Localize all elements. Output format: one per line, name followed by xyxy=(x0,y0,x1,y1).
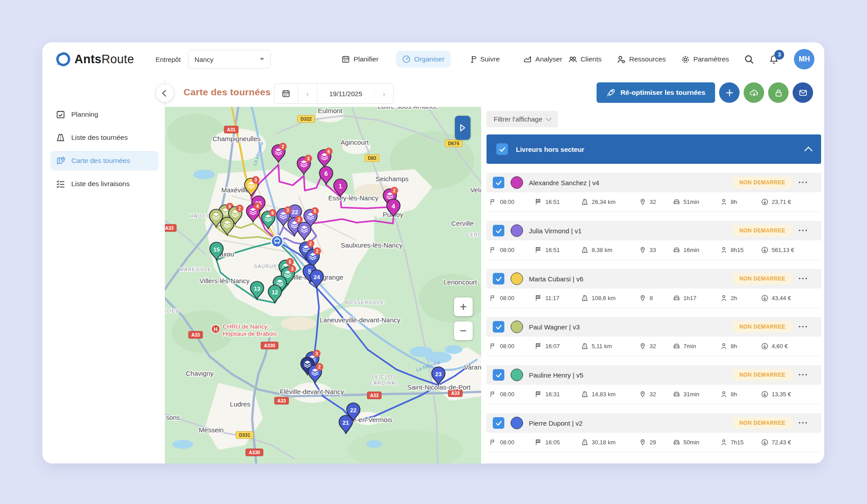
map-district-label: CARDINAL xyxy=(370,380,398,386)
driver-header[interactable]: Julia Virmond | v1 NON DEMARREE ··· xyxy=(487,221,821,240)
driver-row: Pauline Henry | v5 NON DEMARREE ··· 08:0… xyxy=(487,365,821,404)
routes-map[interactable]: A31A33A33A330A33A33A33A330D322D83D674D33… xyxy=(165,107,481,463)
sidebar-item-liste-livraisons[interactable]: Liste des livraisons xyxy=(50,174,159,194)
drive-time-icon xyxy=(673,198,680,206)
row-menu-button[interactable]: ··· xyxy=(792,370,815,379)
group-header-livreurs-hors-secteur[interactable]: Livreurs hors secteur xyxy=(487,134,821,164)
cloud-download-icon xyxy=(749,88,759,98)
driver-header[interactable]: Pierre Dupont | v2 NON DEMARREE ··· xyxy=(487,413,821,433)
road-badge: A330 xyxy=(246,449,263,456)
driver-checkbox[interactable] xyxy=(493,273,504,285)
nav-parametres[interactable]: Paramètres xyxy=(681,55,729,64)
notifications-button[interactable]: 3 xyxy=(769,54,779,64)
map-town-label: Fléville-devant-Nancy xyxy=(280,388,344,395)
map-town-label: Agincourt xyxy=(340,138,369,146)
map-town-label: sons xyxy=(166,414,180,421)
road-badge: D322 xyxy=(298,115,315,122)
add-button[interactable] xyxy=(719,82,740,103)
driver-header[interactable]: Marta Cubarsi | v6 NON DEMARREE ··· xyxy=(487,269,821,289)
svg-text:2: 2 xyxy=(316,248,319,254)
row-menu-button[interactable]: ··· xyxy=(792,322,815,331)
row-menu-button[interactable]: ··· xyxy=(792,226,815,235)
rocket-icon xyxy=(606,88,616,98)
svg-text:3: 3 xyxy=(291,266,294,272)
tab-organiser[interactable]: Organiser xyxy=(396,51,450,68)
notification-badge: 3 xyxy=(774,50,784,60)
svg-text:Hôpitaux de Brabois: Hôpitaux de Brabois xyxy=(223,330,277,337)
search-icon xyxy=(744,54,754,64)
user-avatar[interactable]: MH xyxy=(794,49,814,69)
driver-checkbox[interactable] xyxy=(493,369,504,381)
filter-display-button[interactable]: Filtrer l'affichage xyxy=(487,111,558,127)
svg-text:24: 24 xyxy=(314,274,320,280)
export-button[interactable] xyxy=(744,82,764,103)
svg-text:A33: A33 xyxy=(165,225,173,231)
svg-text:3: 3 xyxy=(307,156,310,161)
tab-analyser[interactable]: Analyser xyxy=(517,51,568,68)
driver-checkbox[interactable] xyxy=(493,177,504,188)
zoom-out-button[interactable]: − xyxy=(454,321,473,340)
distance-icon xyxy=(581,390,589,398)
current-date[interactable]: 19/11/2025 xyxy=(317,90,375,98)
calendar-button[interactable] xyxy=(274,84,298,103)
finish-flag-icon xyxy=(535,342,542,350)
driver-checkbox[interactable] xyxy=(493,225,504,236)
map-town-label: Champigneulles xyxy=(213,135,261,142)
driver-name: Pauline Henry | v5 xyxy=(529,371,583,379)
driver-row: Julia Virmond | v1 NON DEMARREE ··· 08:0… xyxy=(487,221,821,260)
group-checkbox[interactable] xyxy=(496,143,508,155)
send-mail-button[interactable] xyxy=(793,82,813,103)
driver-name: Marta Cubarsi | v6 xyxy=(529,275,583,283)
next-day-button[interactable]: › xyxy=(375,84,393,103)
driver-color-dot xyxy=(511,176,523,189)
driver-checkbox[interactable] xyxy=(493,417,504,429)
driver-stats: 08:00 11:17 108,6 km 8 1h17 2h 43,44 € xyxy=(487,289,821,308)
row-menu-button[interactable]: ··· xyxy=(792,419,815,427)
warehouse-select[interactable]: Nancy xyxy=(188,50,271,69)
svg-text:6: 6 xyxy=(327,149,330,154)
prev-day-button[interactable]: ‹ xyxy=(298,84,317,103)
date-picker: ‹ 19/11/2025 › xyxy=(274,83,394,104)
work-time-icon xyxy=(720,390,728,398)
cost-icon xyxy=(761,246,769,254)
status-badge: NON DEMARREE xyxy=(733,225,792,236)
driver-checkbox[interactable] xyxy=(493,321,504,333)
sidebar-item-liste-tournees[interactable]: Liste des tournées xyxy=(50,128,159,147)
nav-clients[interactable]: Clients xyxy=(568,55,601,64)
chevron-up-icon[interactable] xyxy=(804,146,812,154)
map-district-label: RLIEU xyxy=(165,308,180,313)
tab-suivre[interactable]: Suivre xyxy=(462,51,506,68)
depot-marker[interactable] xyxy=(271,236,283,247)
tab-planifier[interactable]: Planifier xyxy=(335,51,384,68)
driver-color-dot xyxy=(511,417,523,429)
svg-text:3: 3 xyxy=(286,207,289,213)
search-button[interactable] xyxy=(744,54,754,64)
sidebar-item-carte-tournees[interactable]: Carte des tournées xyxy=(50,151,159,171)
svg-text:6: 6 xyxy=(271,210,274,215)
map-town-label: Varang xyxy=(464,363,481,371)
driver-header[interactable]: Alexandre Sanchez | v4 NON DEMARREE ··· xyxy=(487,173,821,192)
driver-header[interactable]: Pauline Henry | v5 NON DEMARREE ··· xyxy=(487,365,821,385)
svg-text:CHRU de Nancy -: CHRU de Nancy - xyxy=(223,323,271,330)
map-district-label: MARÉVILLE xyxy=(180,267,212,272)
row-menu-button[interactable]: ··· xyxy=(792,274,815,283)
row-menu-button[interactable]: ··· xyxy=(792,178,815,187)
zoom-in-button[interactable]: + xyxy=(454,297,473,316)
work-time-icon xyxy=(720,246,728,254)
driver-header[interactable]: Paul Wagner | v3 NON DEMARREE ··· xyxy=(487,317,821,337)
cost-icon xyxy=(761,439,769,446)
nav-ressources[interactable]: Ressources xyxy=(617,55,666,64)
lock-button[interactable] xyxy=(768,82,789,103)
map-town-label: Seichamps xyxy=(376,175,409,183)
driver-stats: 08:00 16:07 5,11 km 32 7min 8h 4,60 € xyxy=(487,337,821,356)
drive-time-icon xyxy=(673,342,680,350)
map-town-label: Villers-lès-Nancy xyxy=(200,277,250,285)
map-town-label: Chavigny xyxy=(186,370,214,377)
collapse-sidebar-button[interactable] xyxy=(156,84,174,102)
reoptimize-button[interactable]: Ré-optimiser les tournées xyxy=(597,82,715,103)
svg-text:4: 4 xyxy=(256,203,259,209)
sidebar-item-planning[interactable]: Planning xyxy=(50,105,159,124)
expand-panel-button[interactable] xyxy=(455,116,470,140)
screen: AntsRoute Entrepôt Nancy Planifier Organ… xyxy=(0,0,867,504)
driver-color-dot xyxy=(511,224,523,237)
